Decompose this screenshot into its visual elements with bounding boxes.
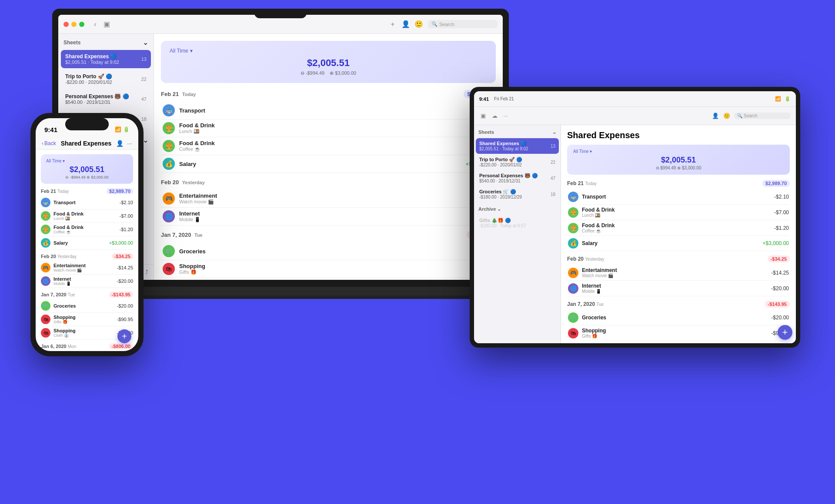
si-badge-shared: 13 <box>141 56 147 62</box>
maximize-button[interactable] <box>79 22 84 27</box>
si-badge-groceries: 18 <box>141 116 147 122</box>
ipad-entertainment[interactable]: 🎮 EntertainmentWatch movie 🎬 -$14.25 <box>567 265 790 281</box>
iphone-summary-card: All Time ▾ $2,005.51 ⊖ -$994.49 ⊕ $3,000… <box>41 154 133 184</box>
expense-food-coffee[interactable]: 🍔 Food & DrinkCoffee ☕ -$1.20 <box>161 137 496 155</box>
iphone-section-jan7: Jan 7, 2020 Tue -$143.95 <box>41 292 133 298</box>
iphone-sec-total-jan7: -$143.95 <box>109 292 133 298</box>
ipad-time: 9:41 <box>479 96 489 102</box>
new-sheet-right-icon: ⤴ <box>145 269 148 275</box>
ipad-internet[interactable]: 🌐 InternetMobile 📱 -$20.00 <box>567 281 790 296</box>
entertainment-icon: 🎮 <box>163 192 175 205</box>
ipad-food-coffee[interactable]: 🍔 Food & DrinkCoffee ☕ -$1.20 <box>567 220 790 236</box>
ipad-sidebar-icon[interactable]: ▣ <box>479 112 487 120</box>
iphone-more-icon[interactable]: ··· <box>127 140 132 147</box>
expense-entertainment[interactable]: 🎮 EntertainmentWatch movie 🎬 -$14.25 <box>161 190 496 208</box>
ipad-groceries[interactable]: 🛒 Groceries -$20.00 <box>567 310 790 325</box>
iphone-nav-icons: 👤 ··· <box>116 140 132 147</box>
iphone-entertainment-icon: 🎮 <box>41 263 50 272</box>
ipad-sheets-chevron: ⌄ <box>552 129 556 135</box>
ipad-main: Shared Expenses All Time ▾ $2,005.51 ⊖ $… <box>561 125 796 343</box>
food-coffee-icon: 🍔 <box>163 140 175 152</box>
ipad-sidebar-header: Sheets ⌄ <box>474 127 561 138</box>
ipad-search-bar[interactable]: 🔍 Search <box>734 113 791 119</box>
iphone-shopping-gifts-icon: 🛍 <box>41 315 50 324</box>
ipad-si-personal[interactable]: Personal Expenses 🐻 🔵 $540.00 · 2019/12/… <box>476 170 559 186</box>
ipad-more-icon[interactable]: ··· <box>502 112 510 120</box>
ipad-status-icons: 📶 🔋 <box>775 96 791 102</box>
back-icon[interactable]: ‹ <box>91 20 99 28</box>
ipad-shopping-gifts[interactable]: 🛍 ShoppingGifts 🎁 -$90.95 <box>567 325 790 341</box>
ipad-sec-badge-jan7: -$143.95 <box>765 301 790 308</box>
sidebar-toggle-icon[interactable]: ▣ <box>103 20 110 28</box>
si-name-porto: Trip to Porto 🚀 🔵 <box>65 73 147 80</box>
iphone-food-lunch-icon: 🍔 <box>41 211 50 221</box>
expense-transport[interactable]: 🚌 Transport -$2.10 <box>161 102 496 119</box>
emoji-icon[interactable]: 🙂 <box>415 20 423 28</box>
ipad-salary[interactable]: 💰 Salary +$3,000.00 <box>567 236 790 251</box>
iphone-internet[interactable]: 🌐 InternetMobile 📱 -$20.00 <box>41 275 133 288</box>
iphone-nav: ‹ Back Shared Expenses 👤 ··· <box>36 137 138 150</box>
ipad-wifi-icon: 📶 <box>775 96 781 102</box>
iphone-internet-icon: 🌐 <box>41 276 50 286</box>
iphone-fab-button[interactable]: + <box>117 329 131 343</box>
iphone-transport[interactable]: 🚌 Transport -$2.10 <box>41 196 133 209</box>
iphone-food-lunch[interactable]: 🍔 Food & DrinkLunch 🍱 -$7.00 <box>41 209 133 223</box>
ipad-si-porto[interactable]: Trip to Porto 🚀 🔵 -$220.00 · 2020/01/02 … <box>476 154 559 170</box>
iphone-filter[interactable]: All Time ▾ <box>46 159 128 163</box>
minimize-button[interactable] <box>71 22 77 27</box>
ipad-fab-button[interactable]: + <box>778 325 792 340</box>
sheets-label: Sheets <box>63 40 80 46</box>
ipad-groceries-icon: 🛒 <box>568 312 578 323</box>
ipad-cloud-icon[interactable]: ☁ <box>491 112 498 120</box>
ipad-sec-jan7: Jan 7, 2020 Tue -$143.95 <box>567 301 790 308</box>
expense-salary[interactable]: 💰 Salary +$3,000.00 <box>161 155 496 173</box>
ipad-si-shared[interactable]: Shared Expenses 🔵 $2,005.51 · Today at 9… <box>476 138 559 154</box>
iphone-person-icon[interactable]: 👤 <box>116 140 124 147</box>
ipad-sum-sub: ⊖ $994.49 ⊕ $3,000.00 <box>573 166 784 170</box>
ipad-person-icon[interactable]: 👤 <box>711 112 719 120</box>
si-amount-personal: $540.00 · 2019/12/31 <box>65 99 147 105</box>
iphone-food-coffee-icon: 🍔 <box>41 225 50 234</box>
ipad-device: 9:41 Fri Feb 21 📶 🔋 ▣ ☁ ··· 👤 🙂 🔍 Search <box>470 87 800 348</box>
titlebar-actions: + 👤 🙂 🔍 Search <box>389 20 498 28</box>
summary-filter[interactable]: All Time ▾ <box>170 48 487 54</box>
expense-food-lunch[interactable]: 🍔 Food & DrinkLunch 🍱 -$7.00 <box>161 119 496 137</box>
expense-groceries-jan7[interactable]: 🛒 Groceries -$20.00 <box>161 242 496 260</box>
ipad-food-lunch[interactable]: 🍔 Food & DrinkLunch 🍱 -$7.00 <box>567 205 790 220</box>
ipad-date: Fri Feb 21 <box>494 96 514 101</box>
sidebar-item-personal[interactable]: Personal Expenses 🐻 🔵 $540.00 · 2019/12/… <box>61 90 151 108</box>
iphone-status-icons: 📶 🔋 <box>115 126 130 133</box>
sidebar-item-shared[interactable]: Shared Expenses 🔵 $2,005.51 · Today at 9… <box>61 50 151 68</box>
iphone-shopping-gifts[interactable]: 🛍 ShoppingGifts 🎁 -$90.95 <box>41 313 133 326</box>
ipad-filter[interactable]: All Time ▾ <box>573 149 784 154</box>
sidebar-header: Sheets ⌄ <box>58 34 154 49</box>
ipad-search-placeholder: Search <box>744 113 758 118</box>
ipad-transport[interactable]: 🚌 Transport -$2.10 <box>567 189 790 205</box>
close-button[interactable] <box>63 22 69 27</box>
expense-shopping-gifts[interactable]: 🛍 ShoppingGifts 🎁 -$90.95 <box>161 260 496 278</box>
iphone-food-coffee[interactable]: 🍔 Food & DrinkCoffee ☕ -$1.20 <box>41 223 133 236</box>
ipad-smiley-icon[interactable]: 🙂 <box>723 112 731 120</box>
ipad-si-groceries[interactable]: Groceries 🛒 🔵 -$180.00 · 2019/12/29 18 <box>476 186 559 202</box>
iphone-salary[interactable]: 💰 Salary +$3,000.00 <box>41 236 133 250</box>
sidebar-item-porto[interactable]: Trip to Porto 🚀 🔵 -$220.00 · 2020/01/02 … <box>61 70 151 88</box>
ipad-si-gifts[interactable]: Gifts 🎄🎁 🔵 -$180.00 · Today at 6:57 <box>476 215 559 231</box>
iphone-entertainment[interactable]: 🎮 EntertainmentWatch movie 🎬 -$14.25 <box>41 261 133 275</box>
person-icon[interactable]: 👤 <box>402 20 410 28</box>
ipad-shopping-cloth[interactable]: 🛍 ShoppingCloth 👔 -$33.00 <box>567 341 790 343</box>
food-lunch-icon: 🍔 <box>163 122 175 134</box>
iphone-sec-date-jan7: Jan 7, 2020 Tue <box>41 292 75 297</box>
summary-negative: ⊖ -$994.49 <box>301 70 324 76</box>
search-bar[interactable]: 🔍 Search <box>428 20 498 28</box>
ipad-food-lunch-icon: 🍔 <box>568 207 578 218</box>
shopping-gifts-icon: 🛍 <box>163 263 175 275</box>
add-icon[interactable]: + <box>389 20 397 28</box>
summary-sub: ⊖ -$994.49 ⊕ $3,000.00 <box>170 70 487 76</box>
iphone-groceries[interactable]: 🛒 Groceries -$20.00 <box>41 299 133 313</box>
iphone-back-button[interactable]: ‹ Back <box>42 140 56 146</box>
expense-shopping-cloth[interactable]: 🛍 ShoppingCloth 👔 -$33.00 <box>161 278 496 280</box>
si-name-personal: Personal Expenses 🐻 🔵 <box>65 93 147 99</box>
ipad-shopping-gifts-icon: 🛍 <box>568 328 578 338</box>
expense-internet[interactable]: 🌐 InternetMobile 📱 -$20.00 <box>161 208 496 225</box>
ipad-transport-icon: 🚌 <box>568 192 578 202</box>
